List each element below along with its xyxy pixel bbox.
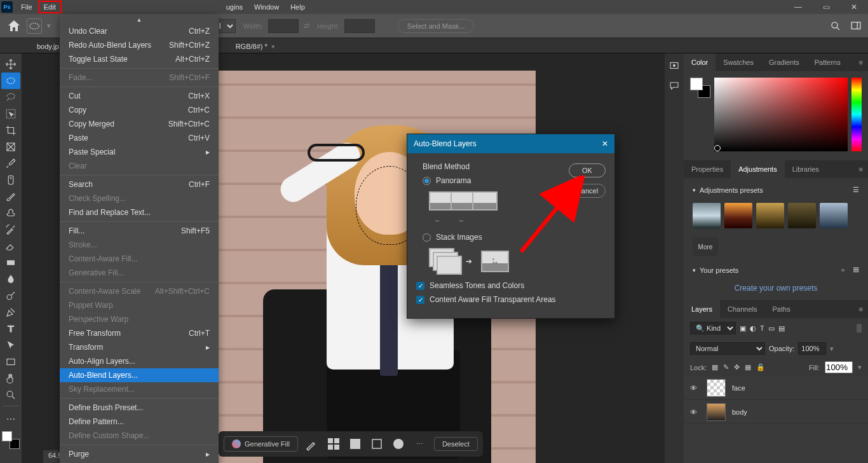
fill-input[interactable]: [825, 361, 853, 373]
select-and-mask-button[interactable]: Select and Mask...: [398, 19, 475, 33]
taskbar-mask-icon[interactable]: [326, 436, 341, 452]
menu-item[interactable]: Paste Special▸: [60, 145, 219, 159]
filter-toggle[interactable]: [857, 324, 862, 333]
menu-item[interactable]: Copy MergedShift+Ctrl+C: [60, 117, 219, 131]
stack-images-radio[interactable]: [423, 233, 431, 242]
create-presets-link[interactable]: Create your own presets: [693, 284, 859, 293]
taskbar-adjust-icon[interactable]: [391, 436, 406, 452]
menu-item[interactable]: Transform▸: [60, 340, 219, 354]
layer-row[interactable]: 👁 body: [684, 400, 868, 424]
clone-stamp-tool[interactable]: [1, 205, 20, 221]
search-icon[interactable]: [830, 20, 841, 32]
menu-window[interactable]: Window: [248, 1, 285, 13]
gradient-tool[interactable]: [1, 254, 20, 271]
preset-grid-icon[interactable]: ▦: [853, 265, 859, 275]
minimize-button[interactable]: —: [784, 0, 812, 14]
filter-image-icon[interactable]: ▣: [740, 324, 746, 333]
panel-menu-icon[interactable]: ≡: [854, 59, 868, 66]
panel-menu-icon[interactable]: ≡: [854, 305, 868, 313]
zoom-tool[interactable]: [1, 387, 20, 403]
home-icon[interactable]: [6, 18, 22, 34]
menu-item[interactable]: Find and Replace Text...: [60, 205, 219, 219]
generative-fill-button[interactable]: Generative Fill: [224, 436, 298, 452]
deselect-button[interactable]: Deselect: [434, 437, 478, 451]
visibility-toggle-icon[interactable]: 👁: [690, 384, 700, 392]
tab-layers[interactable]: Layers: [684, 300, 720, 318]
menu-item[interactable]: Auto-Align Layers...: [60, 354, 219, 368]
preset-thumb[interactable]: [693, 203, 721, 228]
layer-row[interactable]: 👁 face: [684, 376, 868, 400]
path-selection-tool[interactable]: [1, 337, 20, 354]
panel-menu-icon[interactable]: ≡: [854, 165, 868, 173]
menu-item[interactable]: Define Brush Preset...: [60, 401, 219, 415]
taskbar-more-icon[interactable]: ⋯: [412, 436, 428, 452]
swap-wh-icon[interactable]: ⇄: [304, 22, 309, 30]
tool-preset-icon[interactable]: [27, 18, 42, 34]
tab-properties[interactable]: Properties: [684, 160, 731, 178]
lock-pixels-icon[interactable]: ▩: [712, 363, 718, 371]
healing-brush-tool[interactable]: [1, 172, 20, 188]
menu-edit[interactable]: Edit: [38, 1, 62, 13]
taskbar-brush-icon[interactable]: [304, 436, 320, 452]
width-field[interactable]: [268, 19, 299, 33]
type-tool[interactable]: [1, 321, 20, 337]
menu-file[interactable]: File: [15, 1, 38, 13]
workspace-icon[interactable]: [850, 20, 862, 32]
color-fgbg-swatch[interactable]: [690, 78, 710, 98]
rectangle-tool[interactable]: [1, 354, 20, 370]
menu-item[interactable]: Toggle Last StateAlt+Ctrl+Z: [60, 52, 219, 66]
document-tab[interactable]: RGB/8#) *×: [229, 40, 281, 53]
lock-position-icon[interactable]: ✥: [734, 363, 740, 371]
layer-thumbnail[interactable]: [707, 403, 726, 421]
move-tool[interactable]: [1, 56, 20, 73]
cancel-button[interactable]: Cancel: [569, 184, 606, 198]
seamless-tones-checkbox[interactable]: ✓: [416, 282, 424, 290]
crop-tool[interactable]: [1, 122, 20, 139]
dodge-tool[interactable]: [1, 287, 20, 304]
menu-item[interactable]: CopyCtrl+C: [60, 103, 219, 117]
restore-button[interactable]: ▭: [812, 0, 840, 14]
your-presets-heading[interactable]: Your presets: [700, 266, 738, 274]
tab-channels[interactable]: Channels: [720, 300, 764, 318]
panorama-radio[interactable]: [423, 177, 431, 185]
more-presets-button[interactable]: More: [693, 237, 718, 256]
filter-shape-icon[interactable]: ▭: [768, 324, 775, 333]
add-preset-icon[interactable]: ＋: [839, 265, 846, 275]
comments-panel-icon[interactable]: [668, 80, 680, 92]
object-selection-tool[interactable]: [1, 106, 20, 122]
tab-gradients[interactable]: Gradients: [761, 53, 807, 71]
layer-filter-select[interactable]: 🔍 Kind: [690, 322, 736, 335]
tab-swatches[interactable]: Swatches: [715, 53, 761, 71]
menu-item[interactable]: Define Pattern...: [60, 415, 219, 429]
pen-tool[interactable]: [1, 304, 20, 321]
menu-item[interactable]: PasteCtrl+V: [60, 131, 219, 145]
edit-toolbar-icon[interactable]: ⋯: [1, 411, 20, 427]
eyedropper-tool[interactable]: [1, 155, 20, 172]
layer-name[interactable]: body: [732, 408, 747, 416]
preset-thumb[interactable]: [756, 203, 784, 228]
menu-item[interactable]: SearchCtrl+F: [60, 177, 219, 191]
lasso-tool[interactable]: [1, 89, 20, 106]
elliptical-marquee-tool[interactable]: [1, 73, 20, 89]
layer-name[interactable]: face: [732, 384, 745, 392]
content-aware-fill-checkbox[interactable]: ✓: [416, 296, 424, 304]
color-field[interactable]: [714, 78, 848, 151]
preset-thumb[interactable]: [724, 203, 752, 228]
opacity-input[interactable]: [798, 342, 826, 355]
visibility-toggle-icon[interactable]: 👁: [690, 408, 700, 416]
tab-libraries[interactable]: Libraries: [785, 160, 827, 178]
foreground-background-swatch[interactable]: [2, 431, 20, 449]
brush-tool[interactable]: [1, 188, 20, 205]
taskbar-transform-icon[interactable]: [369, 436, 384, 452]
tab-paths[interactable]: Paths: [765, 300, 798, 318]
dialog-close-icon[interactable]: ✕: [602, 139, 608, 148]
close-tab-icon[interactable]: ×: [271, 43, 275, 50]
blur-tool[interactable]: [1, 271, 20, 287]
filter-type-icon[interactable]: T: [760, 324, 764, 332]
height-field[interactable]: [344, 19, 375, 33]
lock-all-icon[interactable]: 🔒: [756, 363, 765, 371]
close-window-button[interactable]: ✕: [840, 0, 868, 14]
layer-thumbnail[interactable]: [707, 379, 726, 397]
preset-thumb[interactable]: [820, 203, 848, 228]
menu-help[interactable]: Help: [285, 1, 311, 13]
